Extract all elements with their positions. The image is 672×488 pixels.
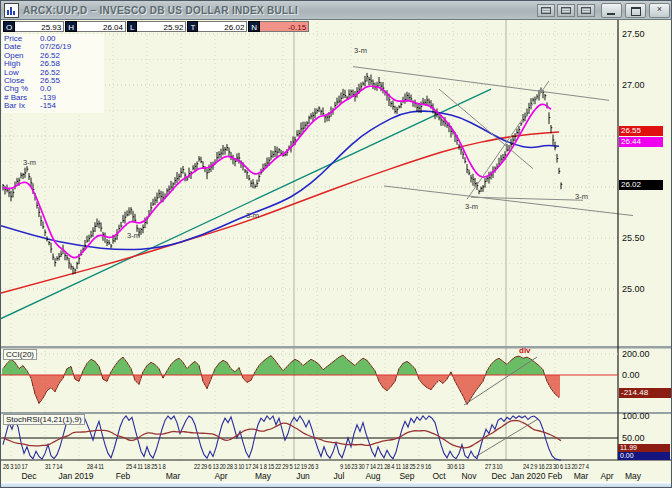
- window-controls: ×: [601, 3, 670, 18]
- mini-toolbar-button[interactable]: [577, 4, 595, 17]
- data-panel-value: -154: [40, 101, 56, 110]
- x-axis-month-label: Nov: [461, 471, 476, 481]
- window-title: ARCX:UUP,D – INVESCO DB US DOLLAR INDEX …: [23, 5, 298, 16]
- maximize-button[interactable]: [625, 3, 646, 18]
- x-axis-month-label: Mar: [574, 471, 589, 481]
- x-axis-day-labels: 31 7 14: [45, 462, 62, 471]
- mini-toolbar-button[interactable]: [537, 4, 555, 17]
- x-axis-month-label: Jun: [296, 471, 310, 481]
- price-tag: 26.44: [619, 137, 663, 147]
- quote-field-value: 25.93: [15, 21, 64, 32]
- x-axis-day-labels: 22 29 6 13 20 28 3 10 17 24 1 8 15 22 29…: [194, 462, 318, 471]
- cci-panel-label: CCI(20): [3, 349, 37, 360]
- close-button[interactable]: ×: [649, 3, 670, 18]
- cci-current-tag: -214.48: [619, 388, 671, 398]
- x-axis-month-label: Oct: [432, 471, 445, 481]
- x-axis-day-labels: 28 4 11: [87, 462, 104, 471]
- cci-axis-tick: 0.00: [622, 370, 640, 380]
- x-axis-day-labels: 25 4 11 18 25 1 8: [126, 462, 166, 471]
- x-axis-month-label: May: [255, 471, 271, 481]
- mini-toolbar-button[interactable]: [557, 4, 575, 17]
- stochrsi-axis-tick: 50.00: [622, 433, 645, 443]
- stochrsi-panel-label: StochRSI(14,21(1),9): [3, 414, 85, 425]
- price-tag: 26.02: [619, 180, 663, 190]
- quote-field-label: L: [127, 21, 137, 32]
- x-axis-month-label: Apr: [600, 471, 613, 481]
- price-axis-tick: 27.00: [622, 80, 645, 90]
- minimize-button[interactable]: [601, 3, 622, 18]
- price-axis-tick: 27.50: [622, 29, 645, 39]
- panel-separator: [1, 346, 672, 349]
- chart-annotation: 3-m: [575, 192, 588, 201]
- x-axis-day-labels: 30 6 13: [447, 462, 464, 471]
- x-axis-month-label: Aug: [365, 471, 380, 481]
- x-axis-month-label: Feb: [116, 471, 131, 481]
- chart-annotation: 3-m: [23, 158, 36, 167]
- x-axis-month-label: Sep: [399, 471, 414, 481]
- x-axis-month-label: Dec: [21, 471, 36, 481]
- price-axis-tick: 25.50: [622, 233, 645, 243]
- chart-annotation: 3-m: [127, 231, 140, 240]
- quote-field-label: N: [248, 21, 260, 32]
- x-axis-month-label: Apr: [214, 471, 227, 481]
- chart-annotation: 3-m: [246, 211, 259, 220]
- x-axis-month-label: Feb: [548, 471, 563, 481]
- quote-field-label: O: [3, 21, 15, 32]
- stochrsi-slow-tag: 11.99: [618, 444, 670, 452]
- x-axis-month-label: Jan 2020: [511, 471, 546, 481]
- x-axis-day-labels: 26 3 10 17: [3, 462, 27, 471]
- quote-field-value: -0.15: [260, 21, 309, 32]
- x-axis-day-labels: 24 2 9 16 23 30 6 13 20 27 4: [523, 462, 589, 471]
- cci-div-annotation: div: [519, 346, 531, 355]
- x-axis-month-label: May: [625, 471, 641, 481]
- cursor-data-panel: Price0.00Date07/26/19Open26.52High26.58L…: [2, 34, 104, 113]
- cci-axis-tick: 200.00: [622, 349, 650, 359]
- x-axis-month-label: Dec: [491, 471, 506, 481]
- quote-bar: O25.93H26.04L25.92T26.02N-0.15: [3, 21, 310, 32]
- panel-separator: [1, 412, 672, 414]
- x-axis-day-labels: 9 16 23 30 7 14 21 28 4 11 18 25 2 9 16: [340, 462, 431, 471]
- chart-annotation: 3-m: [465, 202, 478, 211]
- quote-field-label: T: [187, 21, 198, 32]
- x-axis-month-label: Jan 2019: [59, 471, 94, 481]
- quote-field-value: 26.02: [198, 21, 247, 32]
- mini-toolbar: [537, 4, 595, 17]
- title-bar[interactable]: ARCX:UUP,D – INVESCO DB US DOLLAR INDEX …: [1, 1, 672, 20]
- chart-annotation: 3-m: [354, 46, 367, 55]
- data-panel-label: Bar Ix: [4, 102, 40, 110]
- price-axis-tick: 25.00: [622, 284, 645, 294]
- x-axis-month-label: Jul: [334, 471, 345, 481]
- x-axis-month-label: Mar: [166, 471, 181, 481]
- stochrsi-fast-tag: 0.00: [618, 452, 670, 460]
- stochrsi-axis-tick: 100.00: [622, 411, 650, 421]
- data-panel-row: Bar Ix-154: [4, 102, 104, 110]
- quote-field-value: 26.04: [77, 21, 126, 32]
- window-bottom-edge: [1, 482, 672, 488]
- qcharts-window: 3-m3-m3-m3-m3-m3-mdiv ARCX:UUP,D – INVES…: [0, 0, 672, 488]
- app-icon: [4, 3, 19, 18]
- x-axis-day-labels: 27 3 10: [485, 462, 502, 471]
- quote-field-label: H: [65, 21, 77, 32]
- quote-field-value: 25.92: [137, 21, 186, 32]
- price-tag: 26.55: [619, 126, 663, 136]
